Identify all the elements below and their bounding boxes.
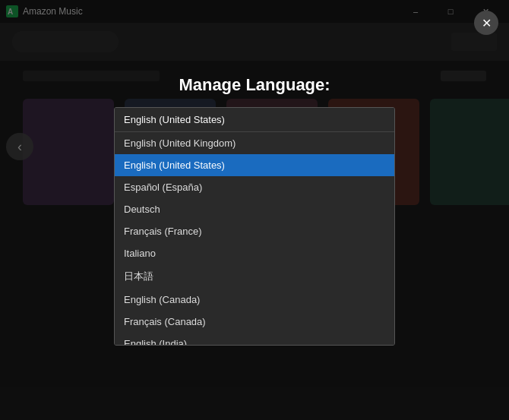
language-option[interactable]: English (India) — [115, 333, 394, 345]
close-dialog-button[interactable]: ✕ — [474, 11, 498, 35]
language-select-trigger[interactable]: English (United States) — [115, 108, 394, 132]
language-dialog: Manage Language: English (United States)… — [114, 75, 395, 346]
language-option[interactable]: English (United States) — [115, 154, 394, 176]
language-option[interactable]: Deutsch — [115, 198, 394, 220]
language-list[interactable]: English (United Kingdom)English (United … — [115, 132, 394, 345]
language-option[interactable]: English (Canada) — [115, 289, 394, 311]
language-option[interactable]: Français (Canada) — [115, 311, 394, 333]
language-option[interactable]: Italiano — [115, 242, 394, 264]
language-dropdown[interactable]: English (United States) English (United … — [114, 107, 395, 346]
language-option[interactable]: Español (España) — [115, 176, 394, 198]
language-option[interactable]: 日本語 — [115, 264, 394, 289]
language-option[interactable]: Français (France) — [115, 220, 394, 242]
overlay-dim: ✕ Manage Language: English (United State… — [0, 0, 509, 420]
dialog-title: Manage Language: — [179, 75, 330, 95]
selected-language-label: English (United States) — [124, 114, 225, 125]
language-option[interactable]: English (United Kingdom) — [115, 132, 394, 154]
